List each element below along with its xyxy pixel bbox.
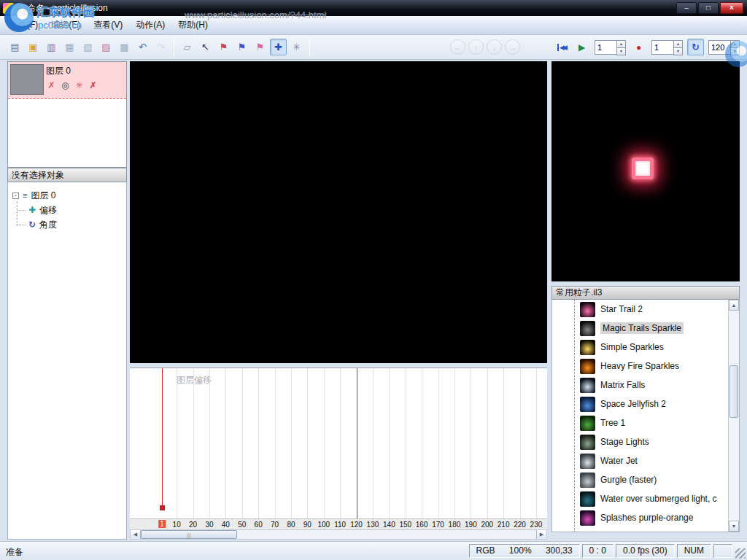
particle-item[interactable]: Star Trail 2 <box>552 300 728 319</box>
pink-flag-tool-button[interactable]: ⚑ <box>252 39 268 55</box>
status-num-lock: NUM <box>677 544 711 558</box>
nav-down-button[interactable]: ↓ <box>487 39 502 55</box>
library-header[interactable]: 常用粒子.il3 <box>551 286 740 300</box>
blue-flag-tool-button[interactable]: ⚑ <box>233 39 250 55</box>
select-tool-button[interactable]: ↖ <box>197 39 214 55</box>
nav-back-button[interactable]: ← <box>450 39 465 55</box>
toolbar-separator <box>309 39 310 56</box>
grid-line <box>454 368 455 518</box>
grid-line <box>389 368 390 518</box>
copy-icon: ▨ <box>101 42 110 52</box>
ruler-tick: 40 <box>222 521 230 529</box>
scroll-up-button[interactable]: ▲ <box>729 300 739 311</box>
particle-item[interactable]: Magic Trails Sparkle <box>552 319 728 338</box>
particle-label: Tree 1 <box>600 418 625 428</box>
emitter-tool-button[interactable]: ✳ <box>288 39 305 55</box>
particle-item[interactable]: Water over submerged light, c <box>552 489 728 508</box>
scrollbar-thumb[interactable] <box>141 530 237 539</box>
maximize-button[interactable]: □ <box>698 2 719 14</box>
layer-hide-icon[interactable]: ✗ <box>46 80 57 91</box>
scroll-left-button[interactable]: ◀ <box>131 530 141 539</box>
timeline-ruler[interactable]: 1020304050607080901001101201301401501601… <box>130 518 547 530</box>
timeline-scrollbar[interactable]: ◀ ▶ <box>130 529 547 540</box>
open-button[interactable]: ▣ <box>25 39 42 55</box>
particle-item[interactable]: Tree 1 <box>552 413 728 432</box>
particle-item[interactable]: Stage Lights <box>552 432 728 451</box>
toolbar-nav-group: ←↑↓→ <box>449 39 522 55</box>
stage-tool-button[interactable]: ▱ <box>179 39 196 55</box>
frame-up-button[interactable]: ▲ <box>616 40 626 48</box>
repeat-input[interactable] <box>651 40 673 55</box>
rewind-button[interactable]: ◀◀ <box>553 39 570 55</box>
repeat-up-button[interactable]: ▲ <box>673 40 683 48</box>
red-flag-tool-button[interactable]: ⚑ <box>215 39 232 55</box>
particle-thumbnail-icon <box>580 472 595 488</box>
close-button[interactable]: × <box>720 2 743 14</box>
current-frame-input[interactable] <box>595 40 616 55</box>
undo-icon: ↶ <box>139 42 147 52</box>
cut-button[interactable]: ▧ <box>80 39 96 55</box>
layer-delete-icon[interactable]: ✗ <box>88 80 98 91</box>
layer-row[interactable]: 图层 0 ✗◎✳✗ <box>8 62 126 98</box>
layer-list-icon: ≡ <box>23 191 27 200</box>
grid-line <box>373 368 374 518</box>
minimize-button[interactable]: – <box>676 2 697 14</box>
nav-down-icon: ↓ <box>492 43 497 52</box>
grid-line <box>193 368 194 518</box>
tree-item-offset-label: 偏移 <box>39 204 57 217</box>
layer-sparkle-icon[interactable]: ✳ <box>74 80 85 91</box>
frame-down-button[interactable]: ▼ <box>616 48 626 55</box>
scroll-right-button[interactable]: ▶ <box>536 530 546 539</box>
particle-item[interactable]: Simple Sparkles <box>552 338 728 357</box>
ruler-tick: 160 <box>416 521 428 529</box>
nav-forward-button[interactable]: → <box>505 39 520 55</box>
particle-item[interactable]: Water Jet <box>552 451 728 470</box>
record-button[interactable]: ● <box>630 39 647 55</box>
layer-target-icon[interactable]: ◎ <box>60 80 71 91</box>
move-particle-tool-button[interactable]: ✚ <box>270 39 287 55</box>
scrollbar-thumb[interactable] <box>729 365 738 418</box>
undo-button[interactable]: ↶ <box>134 39 151 55</box>
repeat-spinner: ▲ ▼ <box>651 40 683 55</box>
particle-item[interactable]: Heavy Fire Sparkles <box>552 357 728 376</box>
grid-line <box>503 368 504 518</box>
paste-button[interactable]: ▩ <box>116 39 133 55</box>
resize-grip[interactable] <box>735 548 746 559</box>
play-button[interactable]: ▶ <box>573 39 590 55</box>
status-time-text: 0 : 0 <box>589 545 606 556</box>
status-fps-text: 0.0 fps (30) <box>623 545 667 556</box>
repeat-down-button[interactable]: ▼ <box>673 48 683 55</box>
nav-up-button[interactable]: ↑ <box>468 39 484 55</box>
particle-item[interactable]: Gurgle (faster) <box>552 470 728 489</box>
tree-item-angle[interactable]: ↻角度 <box>8 217 126 232</box>
particle-item[interactable]: Space Jellyfish 2 <box>552 394 728 413</box>
save-button[interactable]: ▥ <box>43 39 60 55</box>
tree-item-offset[interactable]: ✚偏移 <box>8 203 126 217</box>
scroll-down-button[interactable]: ▼ <box>729 521 739 532</box>
nav-back-icon: ← <box>454 43 462 52</box>
playhead[interactable] <box>162 368 163 508</box>
import-button[interactable]: ▦ <box>61 39 78 55</box>
object-tree-panel: - ≡ 图层 0 ✚偏移↻角度 <box>7 182 127 540</box>
ruler-tick: 190 <box>465 521 477 529</box>
particle-label: Water over submerged light, c <box>600 494 717 504</box>
particle-item[interactable]: Splashes purple-orange <box>552 508 728 527</box>
menu-action[interactable]: 动作(A) <box>129 17 171 34</box>
collapse-icon[interactable]: - <box>12 192 19 199</box>
timeline-label: 图层偏移 <box>177 374 212 386</box>
status-zoom: 100% <box>509 545 532 556</box>
grid-line <box>307 368 308 518</box>
layer-name: 图层 0 <box>46 65 98 77</box>
ruler-tick: 80 <box>287 521 295 529</box>
pink-flag-tool-icon: ⚑ <box>256 42 265 52</box>
stage-canvas[interactable] <box>130 61 547 363</box>
copy-button[interactable]: ▨ <box>98 39 115 55</box>
new-button[interactable]: ▤ <box>7 39 23 55</box>
particle-item[interactable]: Matrix Falls <box>552 376 728 394</box>
redo-button[interactable]: ↷ <box>152 39 169 55</box>
loop-toggle-button[interactable]: ↻ <box>687 39 704 55</box>
ruler-tick: 110 <box>334 521 346 529</box>
timeline-grid[interactable]: 图层偏移 10203040506070809010011012013014015… <box>130 368 547 529</box>
library-scrollbar[interactable]: ▲ ▼ <box>728 300 739 532</box>
tree-item-layer0[interactable]: - ≡ 图层 0 <box>8 188 126 203</box>
